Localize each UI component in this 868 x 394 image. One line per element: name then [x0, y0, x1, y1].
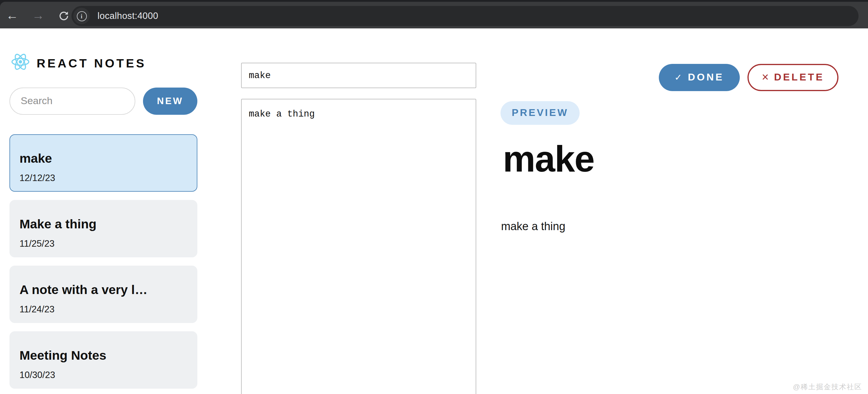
react-logo-icon [11, 52, 30, 74]
watermark: @稀土掘金技术社区 [793, 382, 862, 392]
note-date: 11/24/23 [20, 304, 187, 314]
site-info-icon[interactable]: i [73, 8, 90, 24]
search-input[interactable] [9, 88, 135, 115]
note-date: 10/30/23 [20, 369, 187, 380]
done-button-label: DONE [688, 72, 724, 83]
reload-icon[interactable] [58, 8, 70, 22]
address-bar[interactable]: i localhost:4000 [71, 6, 859, 26]
done-button[interactable]: ✓ DONE [658, 64, 740, 91]
new-note-button[interactable]: NEW [143, 88, 197, 115]
note-title-input[interactable] [241, 63, 476, 88]
note-list-item[interactable]: Make a thing 11/25/23 [9, 200, 197, 257]
delete-button-label: DELETE [774, 72, 824, 83]
back-icon[interactable]: ← [6, 9, 18, 21]
forward-icon[interactable]: → [32, 9, 44, 21]
browser-chrome: ← → i localhost:4000 [0, 0, 868, 28]
note-date: 12/12/23 [20, 172, 187, 183]
note-list-item[interactable]: Meeting Notes 10/30/23 [9, 331, 197, 389]
note-list-item[interactable]: make 12/12/23 [9, 134, 197, 192]
note-body-textarea[interactable]: make a thing [241, 99, 476, 394]
app-window: ← → i localhost:4000 [0, 0, 868, 394]
app-brand: REACT NOTES [9, 52, 197, 74]
note-title: A note with a very l… [20, 282, 187, 297]
close-icon: × [762, 70, 769, 84]
note-title: Make a thing [20, 217, 187, 232]
note-title: make [20, 151, 187, 166]
note-title: Meeting Notes [20, 348, 187, 363]
main-pane: make a thing ✓ DONE × DELETE PREVIEW mak… [207, 28, 868, 394]
note-list-item[interactable]: A note with a very l… 11/24/23 [9, 265, 197, 323]
note-list: make 12/12/23 Make a thing 11/25/23 A no… [9, 134, 197, 389]
editor-actions: ✓ DONE × DELETE [658, 64, 838, 91]
preview-body-text: make a thing [501, 220, 831, 233]
preview-pane: PREVIEW make make a thing [500, 101, 831, 233]
sidebar: REACT NOTES NEW make 12/12/23 Make a thi… [0, 28, 207, 394]
app-title: REACT NOTES [37, 56, 146, 70]
url-text: localhost:4000 [97, 11, 158, 21]
preview-heading: make [503, 141, 831, 177]
check-icon: ✓ [675, 72, 682, 83]
note-date: 11/25/23 [20, 238, 187, 249]
preview-badge: PREVIEW [500, 101, 580, 125]
delete-button[interactable]: × DELETE [748, 64, 839, 91]
browser-toolbar: ← → i localhost:4000 [0, 2, 868, 28]
